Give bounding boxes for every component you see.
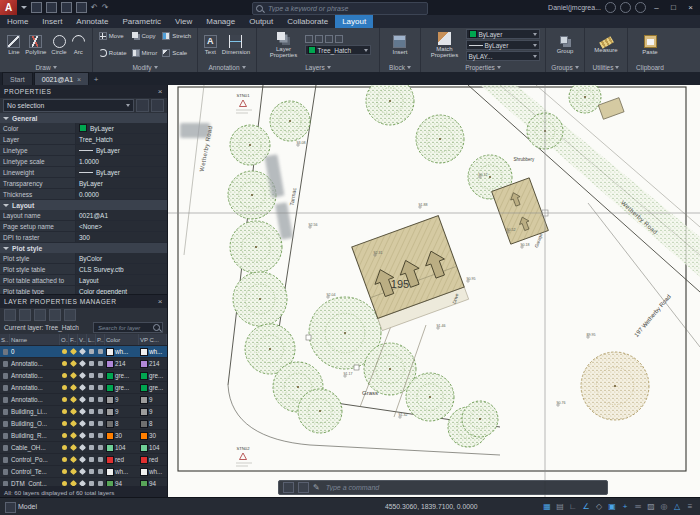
- layer-vp-freeze-icon[interactable]: [79, 408, 86, 415]
- layer-row[interactable]: Annotatio...gre...gre...: [0, 370, 167, 382]
- property-value[interactable]: ByLayer: [76, 123, 167, 133]
- layer-color-cell[interactable]: wh...: [105, 466, 139, 477]
- layer-name[interactable]: Annotatio...: [10, 370, 60, 381]
- layer-name[interactable]: Annotatio...: [10, 394, 60, 405]
- properties-palette-header[interactable]: PROPERTIES ×: [0, 85, 167, 98]
- autocad-logo[interactable]: A: [0, 0, 17, 15]
- property-value[interactable]: Tree_Hatch: [76, 134, 167, 144]
- layer-freeze-icon[interactable]: [305, 35, 313, 43]
- command-recent-icon[interactable]: [298, 482, 309, 493]
- search-input[interactable]: [266, 4, 424, 13]
- layer-lock-icon[interactable]: [89, 385, 94, 390]
- property-section-header[interactable]: General: [0, 113, 167, 123]
- layer-on-icon[interactable]: [62, 373, 67, 378]
- ribbon-tab-annotate[interactable]: Annotate: [69, 15, 115, 28]
- layer-plot-icon[interactable]: [98, 385, 103, 390]
- ribbon-tab-parametric[interactable]: Parametric: [115, 15, 168, 28]
- layer-vp-color-cell[interactable]: 8: [139, 418, 167, 429]
- delete-layer-icon[interactable]: [34, 309, 46, 321]
- property-section-header[interactable]: Plot style: [0, 243, 167, 253]
- property-value[interactable]: Layout: [76, 275, 167, 285]
- copy-button[interactable]: Copy: [132, 32, 158, 40]
- selection-dropdown[interactable]: No selection: [3, 99, 134, 112]
- layer-name[interactable]: Building_Li...: [10, 406, 60, 417]
- status-toggle-snap[interactable]: ▤: [554, 499, 566, 513]
- layer-palette-header[interactable]: LAYER PROPERTIES MANAGER ×: [0, 295, 167, 308]
- layer-search-input[interactable]: [96, 324, 151, 332]
- text-button[interactable]: AText: [203, 35, 218, 56]
- layer-plot-icon[interactable]: [98, 361, 103, 366]
- layer-name[interactable]: Building_O...: [10, 418, 60, 429]
- file-tab-0021@a1[interactable]: 0021@A1×: [34, 72, 89, 85]
- close-icon[interactable]: ×: [158, 87, 163, 96]
- scale-button[interactable]: Scale: [162, 49, 191, 57]
- arc-button[interactable]: Arc: [71, 35, 86, 56]
- print-icon[interactable]: [76, 2, 87, 13]
- layer-row[interactable]: 0wh...wh...: [0, 346, 167, 358]
- layer-column-header[interactable]: Name: [10, 334, 60, 345]
- notification-icon[interactable]: [620, 2, 631, 13]
- status-toggle-grid[interactable]: ▦: [541, 499, 553, 513]
- status-toggle-lineweight-display[interactable]: ═: [632, 499, 644, 513]
- layer-vp-color-cell[interactable]: gre...: [139, 382, 167, 393]
- layer-lock-icon[interactable]: [89, 433, 94, 438]
- property-value[interactable]: ByLayer: [76, 178, 167, 188]
- ribbon-tab-manage[interactable]: Manage: [199, 15, 242, 28]
- status-toggle-customize[interactable]: ≡: [684, 499, 696, 513]
- layer-color-cell[interactable]: 9: [105, 394, 139, 405]
- layer-vp-color-cell[interactable]: 30: [139, 430, 167, 441]
- layer-lock-icon[interactable]: [89, 373, 94, 378]
- maximize-button[interactable]: □: [667, 3, 680, 12]
- layer-row[interactable]: Annotatio...214214: [0, 358, 167, 370]
- ribbon-tab-output[interactable]: Output: [242, 15, 280, 28]
- save-icon[interactable]: [61, 2, 72, 13]
- ribbon-tab-insert[interactable]: Insert: [35, 15, 69, 28]
- layer-name[interactable]: Annotatio...: [10, 358, 60, 369]
- help-icon[interactable]: [635, 2, 646, 13]
- property-value[interactable]: 300: [76, 232, 167, 242]
- layer-vp-color-cell[interactable]: 9: [139, 394, 167, 405]
- layer-vp-freeze-icon[interactable]: [79, 456, 86, 463]
- layer-name[interactable]: Building_R...: [10, 430, 60, 441]
- model-tab[interactable]: Model: [18, 503, 37, 510]
- property-value[interactable]: ByLayer: [76, 167, 167, 177]
- ribbon-tab-home[interactable]: Home: [0, 15, 35, 28]
- layer-lock-icon[interactable]: [89, 457, 94, 462]
- layer-color-cell[interactable]: gre...: [105, 370, 139, 381]
- layer-row[interactable]: Building_R...3030: [0, 430, 167, 442]
- command-input[interactable]: [324, 483, 603, 492]
- polyline-button[interactable]: Polyline: [24, 35, 47, 56]
- layer-freeze-icon[interactable]: [70, 384, 77, 391]
- layer-plot-icon[interactable]: [98, 349, 103, 354]
- ribbon-tab-collaborate[interactable]: Collaborate: [280, 15, 335, 28]
- property-value[interactable]: CLS Survey.ctb: [76, 264, 167, 274]
- layer-vp-color-cell[interactable]: 214: [139, 358, 167, 369]
- layer-freeze-icon[interactable]: [70, 432, 77, 439]
- layer-vp-freeze-icon[interactable]: [79, 432, 86, 439]
- layer-name[interactable]: 0: [10, 346, 60, 357]
- layer-on-icon[interactable]: [62, 409, 67, 414]
- layer-column-header[interactable]: VP C...: [139, 334, 167, 345]
- layer-lock-icon[interactable]: [89, 445, 94, 450]
- layer-freeze-icon[interactable]: [70, 360, 77, 367]
- layer-vp-freeze-icon[interactable]: [79, 468, 86, 475]
- status-toggle-object-snap[interactable]: ▣: [606, 499, 618, 513]
- annotation-panel-label[interactable]: Annotation: [198, 62, 256, 72]
- file-tab-start[interactable]: Start: [2, 72, 33, 85]
- layer-on-icon[interactable]: [62, 361, 67, 366]
- layer-dropdown[interactable]: Tree_Hatch: [305, 45, 371, 55]
- set-current-layer-icon[interactable]: [49, 309, 61, 321]
- close-button[interactable]: ×: [684, 3, 697, 12]
- new-layer-icon[interactable]: [4, 309, 16, 321]
- redo-icon[interactable]: ↷: [102, 0, 109, 15]
- draw-panel-label[interactable]: Draw: [0, 62, 92, 72]
- dimension-button[interactable]: Dimension: [221, 35, 251, 56]
- command-line[interactable]: ✎: [278, 480, 608, 495]
- quick-select-icon[interactable]: [151, 99, 164, 112]
- property-section-header[interactable]: Layout: [0, 200, 167, 210]
- ribbon-tab-layout[interactable]: Layout: [335, 15, 373, 28]
- layer-vp-color-cell[interactable]: 104: [139, 442, 167, 453]
- new-vp-frozen-layer-icon[interactable]: [19, 309, 31, 321]
- toggle-pickadd-icon[interactable]: [136, 99, 149, 112]
- layer-settings-icon[interactable]: [64, 309, 76, 321]
